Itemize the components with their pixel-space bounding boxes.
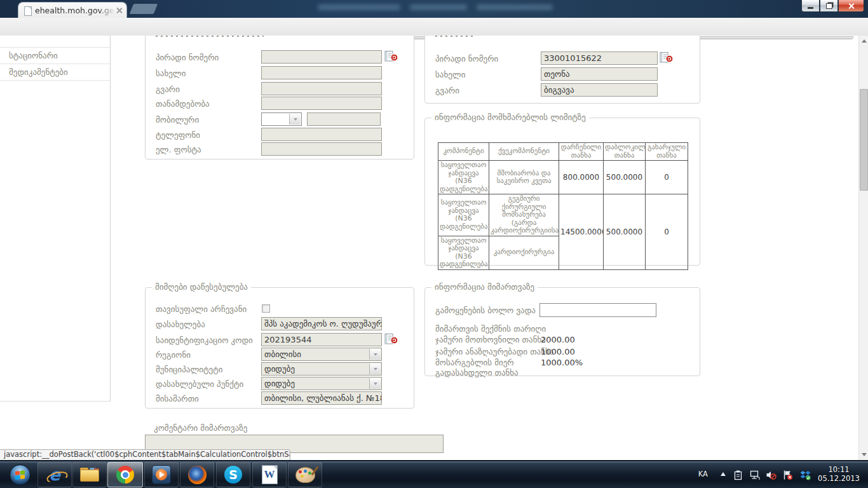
new-tab-button[interactable] xyxy=(130,4,158,14)
requested-amount-value: 2000.00 xyxy=(541,335,575,344)
word-icon: W xyxy=(262,465,278,484)
settlement-select[interactable]: დიდუბე xyxy=(261,377,382,390)
cell-spent: 0 xyxy=(646,194,688,270)
language-indicator[interactable]: KA xyxy=(698,470,708,478)
taskbar-word-button[interactable]: W xyxy=(252,462,287,487)
clock[interactable]: 10:11 05.12.2013 xyxy=(815,465,863,483)
restore-button[interactable] xyxy=(820,0,838,12)
sender-fieldset: პირადი ნომერი სახელი გვარი თანამდებობა მ… xyxy=(145,36,414,159)
chevron-down-icon[interactable] xyxy=(369,378,381,389)
free-choice-checkbox[interactable] xyxy=(262,304,270,313)
cell-remaining: 800.0000 xyxy=(559,161,604,194)
label-first-name: სახელი xyxy=(435,70,465,79)
chevron-down-icon[interactable] xyxy=(289,114,301,125)
sidebar-item-stationary[interactable]: სტაციონარი xyxy=(0,48,110,64)
label-personal-number: პირადი ნომერი xyxy=(435,54,498,64)
volume-muted-icon[interactable] xyxy=(766,470,776,480)
cell-subcomponent: მშობიარობა და საკეისრო კვეთა xyxy=(489,161,559,194)
clock-date: 05.12.2013 xyxy=(815,474,863,483)
taskbar-internet-explorer-button[interactable]: e xyxy=(37,462,72,487)
scroll-down-button[interactable] xyxy=(859,449,868,460)
sender-personal-number-input[interactable] xyxy=(261,50,382,64)
comment-label: კომენტარი მიმართვაზე xyxy=(154,423,247,433)
sender-first-name-input[interactable] xyxy=(261,66,382,79)
update-icon[interactable] xyxy=(733,470,743,480)
sidebar-item-cut[interactable] xyxy=(0,36,110,48)
taskbar-chrome-button[interactable] xyxy=(107,462,143,487)
sender-position-input[interactable] xyxy=(261,97,382,110)
scrollbar-thumb[interactable] xyxy=(860,89,868,191)
label-last-name: გვარი xyxy=(156,85,180,94)
scroll-up-button[interactable] xyxy=(859,36,868,46)
taskbar: e S W KA xyxy=(0,461,868,488)
tab-favicon-page-icon xyxy=(24,6,32,16)
close-button[interactable] xyxy=(838,0,864,12)
col-header: დარჩენილი თანხა xyxy=(559,143,604,161)
network-icon[interactable] xyxy=(749,470,760,480)
internet-explorer-icon: e xyxy=(49,466,60,483)
cell-component: საყოველთაო ჯანდაცვა (N36 დადგენილება) xyxy=(438,161,489,194)
patient-legend-clipped xyxy=(435,36,473,37)
col-header: ქვეკომპონენტი xyxy=(489,143,559,161)
patient-last-name-input[interactable]: ბიგვავა xyxy=(541,83,658,97)
municipality-value: დიდუბე xyxy=(264,364,295,374)
patient-personal-number-input[interactable]: 33001015622 xyxy=(541,51,658,65)
expiry-date-input[interactable] xyxy=(539,303,656,317)
sender-last-name-input[interactable] xyxy=(261,82,382,95)
close-icon xyxy=(848,3,855,10)
start-button[interactable] xyxy=(3,462,37,487)
wallpaper-streak xyxy=(410,4,467,10)
wallpaper-streak xyxy=(318,4,400,10)
browser-tab[interactable]: ehealth.moh.gov.ge/Hmis xyxy=(18,2,127,18)
taskbar-paint-button[interactable] xyxy=(288,462,322,487)
col-header: გახარჯული თანხა xyxy=(646,143,688,161)
arrow-up-icon xyxy=(862,39,867,43)
patient-first-name-input[interactable]: თეონა xyxy=(541,67,658,81)
region-select[interactable]: თბილისი xyxy=(261,348,382,361)
municipality-select[interactable]: დიდუბე xyxy=(261,362,382,376)
sender-email-input[interactable] xyxy=(261,142,382,156)
label-email: ელ. ფოსტა xyxy=(156,145,201,154)
restore-icon xyxy=(826,3,832,9)
taskbar-explorer-button[interactable] xyxy=(72,462,107,487)
screen: ehealth.moh.gov.ge/Hmis ehealth.moh.gov.… xyxy=(0,0,868,488)
label-phone: ტელეფონი xyxy=(156,130,200,140)
limit-info-legend: ინფორმაცია მომხმარებლის ლიმიტზე xyxy=(431,112,589,122)
fetch-person-icon[interactable] xyxy=(660,52,674,63)
dropbox-icon[interactable] xyxy=(800,470,811,480)
fetch-organization-icon[interactable] xyxy=(384,334,398,344)
label-requested-amount: ჯამური მოთხოვნილი თანხა xyxy=(435,335,546,344)
action-center-flag-icon[interactable] xyxy=(782,470,793,480)
sender-mobile-input[interactable] xyxy=(307,112,381,126)
label-expiry-date: გამოყენების ბოლო ვადა xyxy=(435,306,536,315)
referral-info-fieldset: ინფორმაცია მიმართვაზე გამოყენების ბოლო ვ… xyxy=(424,287,700,376)
label-payable-line2: გადასახდელი თანხა xyxy=(435,368,519,377)
cell-blocked: 500.0000 xyxy=(604,194,646,270)
hidden-icons-arrow-icon[interactable] xyxy=(721,472,726,476)
tab-close-icon[interactable] xyxy=(116,7,123,14)
region-value: თბილისი xyxy=(264,349,301,359)
chevron-down-icon[interactable] xyxy=(369,349,381,360)
sender-phone-input[interactable] xyxy=(261,128,382,141)
arrow-down-icon xyxy=(862,453,867,456)
receiver-name-input[interactable]: შპს აკადემიკოს ო. ღუდუშაურის ს xyxy=(261,317,382,330)
sidebar: სტაციონარი მედიკამენტები xyxy=(0,36,111,402)
fetch-person-icon[interactable] xyxy=(384,51,398,62)
sender-mobile-prefix-select[interactable] xyxy=(261,112,302,126)
taskbar-media-player-button[interactable] xyxy=(144,462,179,487)
patient-fieldset: პირადი ნომერი 33001015622 სახელი თეონა გ… xyxy=(424,36,700,104)
address-input[interactable]: თბილისი, ლუბლიანას ქ. №18/20 xyxy=(261,391,382,405)
chevron-down-icon[interactable] xyxy=(369,363,381,374)
receiver-id-code-input[interactable]: 202193544 xyxy=(261,333,382,346)
minimize-icon xyxy=(808,7,813,9)
sidebar-item-medications[interactable]: მედიკამენტები xyxy=(0,64,110,81)
page-content: სტაციონარი მედიკამენტები პირადი ნომერი ს… xyxy=(0,36,868,460)
label-created-date: მიმართვის შექმნის თარიღი xyxy=(435,324,546,334)
taskbar-skype-button[interactable]: S xyxy=(216,462,250,487)
wallpaper-streak xyxy=(477,4,553,10)
vertical-scrollbar[interactable] xyxy=(858,36,868,460)
payable-amount-value: 1000.00% xyxy=(541,358,583,367)
taskbar-firefox-button[interactable] xyxy=(180,462,214,487)
minimize-button[interactable] xyxy=(801,0,820,12)
referral-info-legend: ინფორმაცია მიმართვაზე xyxy=(431,282,538,292)
